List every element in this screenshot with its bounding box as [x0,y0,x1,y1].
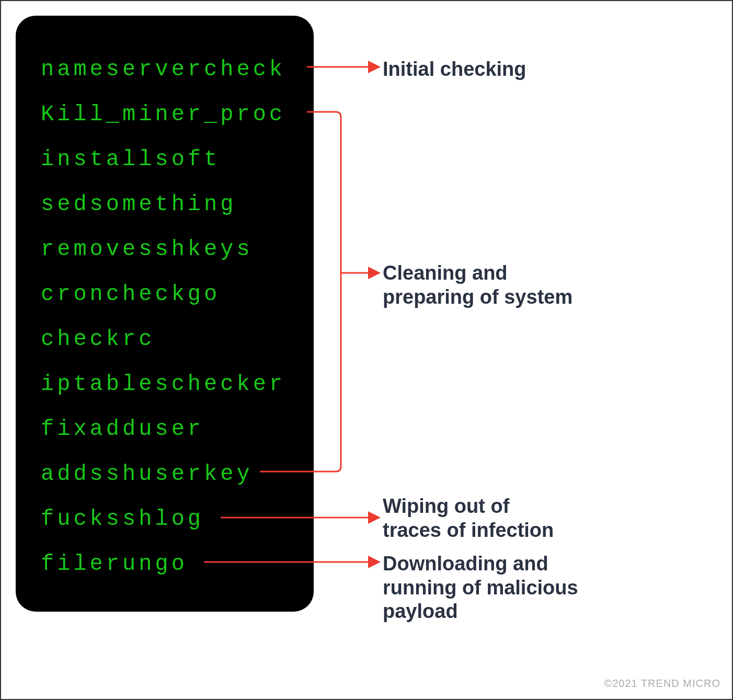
term-line-4: removesshkeys [41,227,294,272]
term-line-8: fixadduser [41,407,294,452]
term-line-10: fucksshlog [41,497,294,542]
term-line-7: iptableschecker [41,362,294,407]
term-line-9: addsshuserkey [41,452,294,497]
label-cleaning: Cleaning and preparing of system [383,261,572,309]
term-line-2: installsoft [41,137,294,182]
label-wiping-l1: Wiping out of [383,495,509,517]
term-line-6: checkrc [41,317,294,362]
term-line-5: croncheckgo [41,272,294,317]
term-line-3: sedsomething [41,182,294,227]
label-download: Downloading and running of malicious pay… [383,552,578,624]
diagram-frame: nameservercheck Kill_miner_proc installs… [0,0,733,700]
terminal-panel: nameservercheck Kill_miner_proc installs… [16,16,314,612]
label-wiping-l2: traces of infection [383,519,554,541]
term-line-1: Kill_miner_proc [41,92,294,137]
label-download-l3: payload [383,600,458,622]
label-wiping: Wiping out of traces of infection [383,495,554,542]
label-initial: Initial checking [383,58,526,82]
label-cleaning-l2: preparing of system [383,286,572,308]
term-line-0: nameservercheck [41,47,294,92]
label-download-l2: running of malicious [383,577,578,599]
copyright-text: ©2021 TREND MICRO [604,678,720,690]
label-cleaning-l1: Cleaning and [383,262,508,284]
term-line-11: filerungo [41,542,294,587]
label-download-l1: Downloading and [383,553,548,575]
